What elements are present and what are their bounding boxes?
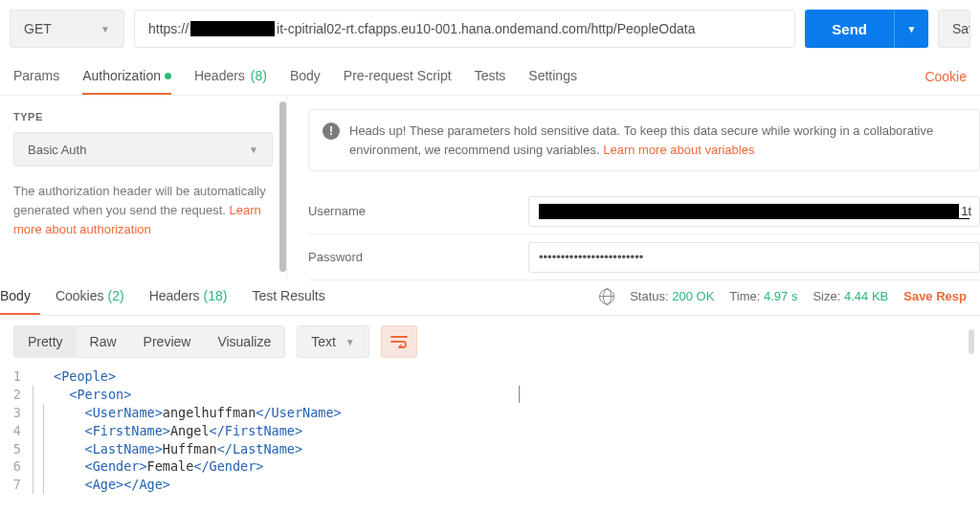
tab-tests[interactable]: Tests [475, 58, 506, 95]
view-pretty[interactable]: Pretty [14, 325, 77, 358]
tab-params[interactable]: Params [13, 58, 59, 95]
password-label: Password [308, 250, 528, 264]
auth-right-pane: ! Heads up! These parameters hold sensit… [287, 96, 980, 278]
code-line: 5 <LastName>Huffman</LastName> [6, 440, 980, 458]
code-line: 4 <FirstName>Angel</FirstName> [6, 422, 980, 440]
resp-tab-body[interactable]: Body [0, 278, 40, 315]
size-value: 4.44 KB [844, 289, 888, 303]
format-select[interactable]: Text ▼ [297, 325, 369, 358]
chevron-down-icon: ▼ [345, 337, 355, 347]
chevron-down-icon: ▼ [100, 24, 110, 34]
password-input[interactable]: •••••••••••••••••••••••• [528, 242, 980, 273]
http-method-select[interactable]: GET ▼ [10, 10, 124, 48]
auth-type-select[interactable]: Basic Auth ▼ [13, 132, 273, 167]
wrap-lines-button[interactable] [381, 325, 417, 358]
authorization-panel: TYPE Basic Auth ▼ The authorization head… [0, 96, 980, 278]
tab-body[interactable]: Body [290, 58, 321, 95]
username-label: Username [308, 204, 528, 218]
code-line: 6 <Gender>Female</Gender> [6, 457, 980, 476]
wrap-icon [390, 335, 408, 348]
globe-icon[interactable] [599, 289, 614, 304]
text-cursor [519, 386, 520, 403]
time-value: 4.97 s [764, 289, 797, 303]
chevron-down-icon: ▼ [249, 145, 258, 155]
view-visualize[interactable]: Visualize [204, 325, 284, 358]
request-tabs: Params Authorization Headers (8) Body Pr… [0, 57, 980, 96]
resp-tab-tests[interactable]: Test Results [242, 278, 334, 315]
password-row: Password •••••••••••••••••••••••• [308, 234, 980, 280]
scrollbar[interactable] [279, 101, 286, 272]
url-redacted [190, 21, 275, 36]
url-suffix: it-cpitrial02-rt.cfapps.eu10-001.hana.on… [277, 21, 695, 36]
username-row: Username 1t [308, 189, 980, 234]
cookies-link[interactable]: Cookie [924, 69, 967, 84]
view-preview[interactable]: Preview [130, 325, 205, 358]
auth-description: The authorization header will be automat… [13, 182, 273, 239]
code-line: 3 <UserName>angelhuffman</UserName> [6, 404, 980, 422]
code-line: 2 <Person> [6, 386, 980, 404]
status-value: 200 OK [672, 289, 714, 303]
username-input[interactable]: 1t [528, 196, 980, 227]
tab-settings[interactable]: Settings [528, 58, 577, 95]
auth-type-label: TYPE [13, 111, 273, 122]
auth-left-pane: TYPE Basic Auth ▼ The authorization head… [0, 96, 287, 278]
sensitive-data-notice: ! Heads up! These parameters hold sensit… [308, 109, 980, 171]
response-body-tools: Pretty Raw Preview Visualize Text ▼ [0, 316, 980, 367]
tab-prerequest[interactable]: Pre-request Script [344, 58, 452, 95]
http-method-value: GET [24, 21, 52, 36]
url-prefix: https:// [148, 21, 189, 36]
response-tabs: Body Cookies(2) Headers(18) Test Results… [0, 278, 980, 316]
send-button[interactable]: Send [805, 10, 894, 48]
save-button[interactable]: Sav [938, 10, 970, 48]
auth-type-value: Basic Auth [28, 143, 86, 157]
resp-tab-cookies[interactable]: Cookies(2) [46, 278, 134, 315]
url-input[interactable]: https:// it-cpitrial02-rt.cfapps.eu10-00… [134, 10, 795, 48]
send-button-group: Send ▼ [805, 10, 928, 48]
tab-headers[interactable]: Headers (8) [194, 58, 267, 95]
code-line: 7 <Age></Age> [6, 476, 980, 494]
variables-learn-more-link[interactable]: Learn more about variables [603, 143, 754, 157]
view-mode-group: Pretty Raw Preview Visualize [13, 325, 285, 358]
save-response-button[interactable]: Save Resp [903, 289, 967, 303]
response-meta: Status: 200 OK Time: 4.97 s Size: 4.44 K… [599, 289, 967, 304]
active-dot-icon [165, 73, 171, 79]
code-line: 1<People> [6, 367, 980, 386]
resp-tab-headers[interactable]: Headers(18) [140, 278, 237, 315]
info-icon: ! [323, 122, 340, 140]
view-raw[interactable]: Raw [77, 325, 130, 358]
tab-authorization[interactable]: Authorization [82, 58, 171, 95]
right-scroll-indicator [969, 329, 974, 354]
response-body[interactable]: 1<People>2 <Person>3 <UserName>angelhuff… [0, 367, 980, 494]
send-options-button[interactable]: ▼ [894, 10, 928, 48]
